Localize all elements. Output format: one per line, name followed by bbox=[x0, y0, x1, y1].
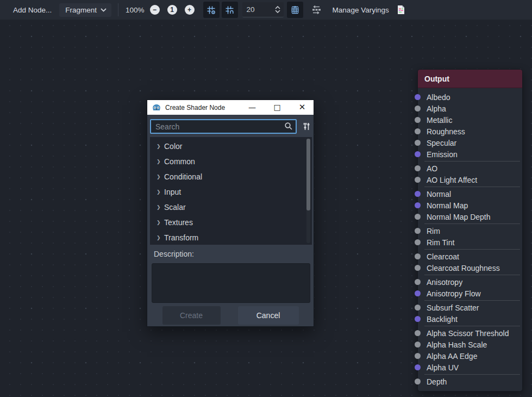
zoom-in-button[interactable]: + bbox=[185, 5, 195, 15]
window-close-button[interactable]: ✕ bbox=[294, 100, 310, 115]
search-input[interactable] bbox=[150, 119, 297, 134]
window-minimize-button[interactable]: — bbox=[244, 100, 260, 115]
port-connector-icon[interactable] bbox=[415, 151, 421, 157]
shader-code-preview-button[interactable] bbox=[393, 2, 409, 17]
tree-expand-chevron-icon[interactable]: ❯ bbox=[157, 174, 164, 179]
port-connector-icon[interactable] bbox=[415, 177, 421, 183]
port-connector-icon[interactable] bbox=[415, 94, 421, 100]
cancel-button[interactable]: Cancel bbox=[238, 306, 299, 325]
port-connector-icon[interactable] bbox=[415, 364, 421, 370]
output-port-normal-map-depth: Normal Map Depth bbox=[418, 211, 522, 222]
tree-expand-chevron-icon[interactable]: ❯ bbox=[157, 220, 164, 225]
port-label: Alpha UV bbox=[418, 363, 459, 372]
port-connector-icon[interactable] bbox=[415, 117, 421, 123]
port-label: Rim Tint bbox=[418, 238, 454, 247]
port-label: Alpha Hash Scale bbox=[418, 340, 487, 349]
tree-expand-chevron-icon[interactable]: ❯ bbox=[157, 159, 164, 164]
tree-item-scalar[interactable]: ❯Scalar bbox=[150, 200, 312, 215]
port-connector-icon[interactable] bbox=[415, 128, 421, 134]
tree-expand-chevron-icon[interactable]: ❯ bbox=[157, 235, 164, 240]
tree-scrollbar-track[interactable] bbox=[306, 139, 310, 243]
graph-minimap-toggle[interactable] bbox=[287, 2, 303, 18]
tree-item-input[interactable]: ❯Input bbox=[150, 184, 312, 200]
port-label: Specular bbox=[418, 139, 456, 147]
output-port-anisotropy-flow: Anisotropy Flow bbox=[418, 288, 522, 299]
description-label: Description: bbox=[154, 250, 194, 258]
port-label: Alpha bbox=[418, 104, 446, 113]
port-connector-icon[interactable] bbox=[415, 191, 421, 197]
port-connector-icon[interactable] bbox=[415, 202, 421, 208]
port-connector-icon[interactable] bbox=[415, 140, 421, 146]
output-port-normal-map: Normal Map bbox=[418, 200, 522, 211]
shader-stage-dropdown[interactable]: Fragment bbox=[59, 3, 111, 17]
port-connector-icon[interactable] bbox=[415, 290, 421, 296]
output-port-clearcoat: Clearcoat bbox=[418, 251, 522, 262]
port-label: Backlight bbox=[418, 315, 458, 324]
tree-item-transform[interactable]: ❯Transform bbox=[150, 230, 312, 245]
output-node[interactable]: Output AlbedoAlphaMetallicRoughnessSpecu… bbox=[417, 69, 523, 392]
tree-item-conditional[interactable]: ❯Conditional bbox=[150, 169, 312, 184]
manage-varyings-button[interactable]: Manage Varyings bbox=[328, 3, 393, 17]
output-node-title: Output bbox=[424, 75, 449, 83]
output-port-specular: Specular bbox=[418, 137, 522, 148]
tree-expand-chevron-icon[interactable]: ❯ bbox=[157, 204, 164, 210]
tree-item-label: Color bbox=[164, 142, 182, 151]
snap-settings-toggle[interactable] bbox=[203, 2, 220, 18]
spinbox-updown-icon[interactable] bbox=[275, 6, 284, 13]
port-connector-icon[interactable] bbox=[415, 165, 421, 171]
port-connector-icon[interactable] bbox=[415, 330, 421, 336]
visual-shader-editor: { "toolbar": { "add_node_label": "Add No… bbox=[0, 0, 532, 397]
port-connector-icon[interactable] bbox=[415, 265, 421, 271]
port-label: Rim bbox=[418, 227, 440, 235]
tree-item-label: Conditional bbox=[164, 172, 202, 181]
create-button[interactable]: Create bbox=[162, 306, 221, 325]
tree-expand-chevron-icon[interactable]: ❯ bbox=[157, 144, 164, 149]
shader-code-file-icon bbox=[396, 4, 406, 15]
snap-distance-spinbox[interactable]: 20 bbox=[242, 2, 284, 17]
snap-distance-value: 20 bbox=[242, 5, 275, 14]
output-port-alpha-hash-scale: Alpha Hash Scale bbox=[418, 339, 522, 350]
port-label: Alpha Scissor Threshold bbox=[418, 329, 509, 338]
port-connector-icon[interactable] bbox=[415, 316, 421, 322]
tree-item-common[interactable]: ❯Common bbox=[150, 154, 312, 169]
description-textarea[interactable] bbox=[152, 263, 310, 303]
port-connector-icon[interactable] bbox=[415, 106, 421, 111]
port-connector-icon[interactable] bbox=[415, 228, 421, 234]
port-connector-icon[interactable] bbox=[415, 379, 421, 384]
tree-expand-chevron-icon[interactable]: ❯ bbox=[157, 189, 164, 195]
tree-item-label: Textures bbox=[164, 218, 193, 227]
window-maximize-button[interactable]: □ bbox=[269, 100, 285, 115]
snap-grid-toggle[interactable] bbox=[222, 2, 238, 18]
port-label: Clearcoat Roughness bbox=[418, 264, 500, 272]
port-group-separator bbox=[424, 275, 520, 275]
output-node-header[interactable]: Output bbox=[418, 70, 522, 88]
output-port-alpha-uv: Alpha UV bbox=[418, 362, 522, 373]
tree-item-label: Common bbox=[164, 157, 195, 166]
godot-logo-icon bbox=[152, 104, 161, 111]
port-connector-icon[interactable] bbox=[415, 353, 421, 359]
port-connector-icon[interactable] bbox=[415, 253, 421, 259]
zoom-reset-button[interactable]: 1 bbox=[167, 5, 177, 15]
dialog-title: Create Shader Node bbox=[165, 104, 225, 111]
port-connector-icon[interactable] bbox=[415, 279, 421, 285]
tree-item-textures[interactable]: ❯Textures bbox=[150, 215, 312, 230]
port-group-separator bbox=[424, 249, 520, 250]
output-port-albedo: Albedo bbox=[418, 91, 522, 103]
chevron-down-icon bbox=[275, 10, 280, 13]
port-connector-icon[interactable] bbox=[415, 214, 421, 220]
port-label: Roughness bbox=[418, 127, 465, 136]
search-filter-button[interactable] bbox=[300, 120, 313, 133]
port-group-separator bbox=[424, 224, 520, 224]
port-connector-icon[interactable] bbox=[415, 342, 421, 348]
output-port-clearcoat-roughness: Clearcoat Roughness bbox=[418, 262, 522, 274]
output-port-backlight: Backlight bbox=[418, 313, 522, 325]
tree-item-color[interactable]: ❯Color bbox=[150, 139, 312, 154]
port-connector-icon[interactable] bbox=[415, 305, 421, 311]
add-node-button[interactable]: Add Node... bbox=[9, 3, 56, 17]
arrange-nodes-button[interactable] bbox=[309, 2, 324, 17]
port-connector-icon[interactable] bbox=[415, 239, 421, 245]
filter-tune-icon bbox=[302, 122, 311, 131]
dialog-titlebar[interactable]: Create Shader Node — □ ✕ bbox=[147, 100, 314, 115]
zoom-out-button[interactable]: − bbox=[150, 5, 160, 15]
tree-scrollbar-thumb[interactable] bbox=[306, 139, 310, 210]
